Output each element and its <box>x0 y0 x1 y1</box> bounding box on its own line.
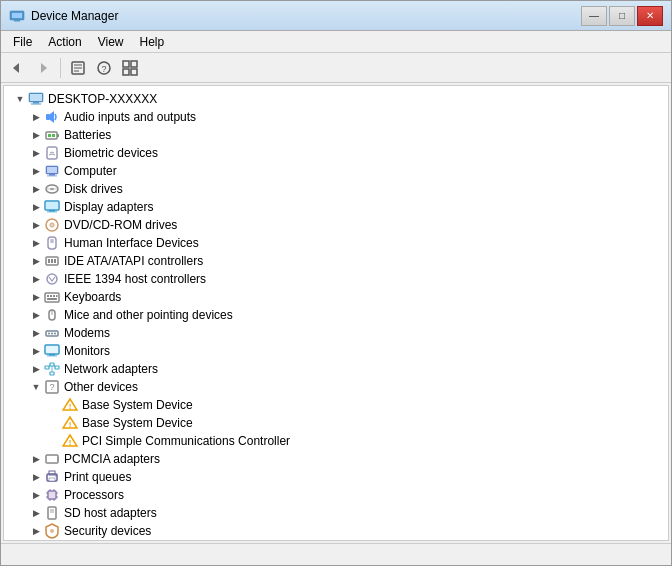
tree-item-biometric[interactable]: ▶ Biometric devices <box>4 144 668 162</box>
svg-point-39 <box>51 224 53 226</box>
tree-item-ieee[interactable]: ▶ IEEE 1394 host controllers <box>4 270 668 288</box>
tree-item-mice[interactable]: ▶ Mice and other pointing devices <box>4 306 668 324</box>
mice-expand[interactable]: ▶ <box>28 307 44 323</box>
modems-expand[interactable]: ▶ <box>28 325 44 341</box>
close-button[interactable]: ✕ <box>637 6 663 26</box>
tree-item-batteries[interactable]: ▶ Batteries <box>4 126 668 144</box>
network-label: Network adapters <box>64 362 158 376</box>
proc-expand[interactable]: ▶ <box>28 487 44 503</box>
tree-item-keyboards[interactable]: ▶ Keyboards <box>4 288 668 306</box>
tree-item-display[interactable]: ▶ Display adapters <box>4 198 668 216</box>
bsd2-label: Base System Device <box>82 416 193 430</box>
other-expand[interactable]: ▼ <box>28 379 44 395</box>
biometric-expand[interactable]: ▶ <box>28 145 44 161</box>
security-expand[interactable]: ▶ <box>28 523 44 539</box>
tree-item-sdhost[interactable]: ▶ SD host adapters <box>4 504 668 522</box>
svg-rect-11 <box>123 61 129 67</box>
tree-item-pci[interactable]: ▶ ! PCI Simple Communications Controller <box>4 432 668 450</box>
tree-item-bsd1[interactable]: ▶ ! Base System Device <box>4 396 668 414</box>
mice-label: Mice and other pointing devices <box>64 308 233 322</box>
maximize-button[interactable]: □ <box>609 6 635 26</box>
menu-view[interactable]: View <box>90 33 132 51</box>
forward-button[interactable] <box>31 56 55 80</box>
keyboards-label: Keyboards <box>64 290 121 304</box>
tree-item-audio[interactable]: ▶ Audio inputs and outputs <box>4 108 668 126</box>
ide-expand[interactable]: ▶ <box>28 253 44 269</box>
properties-icon <box>70 60 86 76</box>
svg-rect-53 <box>47 298 57 300</box>
svg-line-68 <box>49 365 50 368</box>
hid-expand[interactable]: ▶ <box>28 235 44 251</box>
toolbar-sep-1 <box>60 58 61 78</box>
disk-icon <box>44 181 60 197</box>
properties-button[interactable] <box>66 56 90 80</box>
computer-expand[interactable]: ▶ <box>28 163 44 179</box>
sdhost-expand[interactable]: ▶ <box>28 505 44 521</box>
svg-point-47 <box>47 274 57 284</box>
tree-item-software[interactable]: ▶ Software devices <box>4 540 668 541</box>
network-expand[interactable]: ▶ <box>28 361 44 377</box>
tree-item-proc[interactable]: ▶ Processors <box>4 486 668 504</box>
batteries-expand[interactable]: ▶ <box>28 127 44 143</box>
keyboards-expand[interactable]: ▶ <box>28 289 44 305</box>
disk-expand[interactable]: ▶ <box>28 181 44 197</box>
status-bar <box>1 543 671 565</box>
toolbar: ? <box>1 53 671 83</box>
display-expand[interactable]: ▶ <box>28 199 44 215</box>
tree-item-dvd[interactable]: ▶ DVD/CD-ROM drives <box>4 216 668 234</box>
svg-rect-65 <box>50 363 54 366</box>
tree-item-ide[interactable]: ▶ IDE ATA/ATAPI controllers <box>4 252 668 270</box>
svg-rect-14 <box>131 69 137 75</box>
svg-rect-51 <box>53 295 55 297</box>
audio-expand[interactable]: ▶ <box>28 109 44 125</box>
device-tree-container[interactable]: ▼ DESKTOP-XXXXXX ▶ <box>3 85 669 541</box>
svg-rect-35 <box>49 210 55 212</box>
device-manager-window: Device Manager — □ ✕ File Action View He… <box>0 0 672 566</box>
back-button[interactable] <box>5 56 29 80</box>
tree-item-other[interactable]: ▼ ? Other devices <box>4 378 668 396</box>
sdhost-label: SD host adapters <box>64 506 157 520</box>
svg-rect-64 <box>45 366 49 369</box>
tree-item-pcmcia[interactable]: ▶ PCMCIA adapters <box>4 450 668 468</box>
tree-item-network[interactable]: ▶ Network adapters <box>4 360 668 378</box>
svg-rect-29 <box>47 176 57 177</box>
svg-rect-12 <box>131 61 137 67</box>
bsd1-label: Base System Device <box>82 398 193 412</box>
menu-action[interactable]: Action <box>40 33 89 51</box>
biometric-label: Biometric devices <box>64 146 158 160</box>
print-expand[interactable]: ▶ <box>28 469 44 485</box>
tree-item-disk[interactable]: ▶ Disk drives <box>4 180 668 198</box>
minimize-button[interactable]: — <box>581 6 607 26</box>
svg-rect-28 <box>49 174 55 176</box>
back-icon <box>9 60 25 76</box>
scan-icon <box>122 60 138 76</box>
menu-help[interactable]: Help <box>132 33 173 51</box>
computer-label: Computer <box>64 164 117 178</box>
tree-item-modems[interactable]: ▶ Modems <box>4 324 668 342</box>
svg-rect-62 <box>49 354 55 356</box>
svg-rect-16 <box>30 94 42 101</box>
root-expand[interactable]: ▼ <box>12 91 28 107</box>
ieee-expand[interactable]: ▶ <box>28 271 44 287</box>
tree-item-monitors[interactable]: ▶ Monitors <box>4 342 668 360</box>
tree-item-hid[interactable]: ▶ Human Interface Devices <box>4 234 668 252</box>
dvd-expand[interactable]: ▶ <box>28 217 44 233</box>
menu-file[interactable]: File <box>5 33 40 51</box>
svg-rect-79 <box>46 455 58 463</box>
tree-item-security[interactable]: ▶ Security devices <box>4 522 668 540</box>
help-button[interactable]: ? <box>92 56 116 80</box>
monitors-expand[interactable]: ▶ <box>28 343 44 359</box>
svg-marker-3 <box>13 63 19 73</box>
tree-item-bsd2[interactable]: ▶ ! Base System Device <box>4 414 668 432</box>
other-icon: ? <box>44 379 60 395</box>
keyboard-icon <box>44 289 60 305</box>
svg-rect-45 <box>51 259 53 263</box>
batteries-icon <box>44 127 60 143</box>
tree-item-print[interactable]: ▶ Print queues <box>4 468 668 486</box>
help-icon: ? <box>96 60 112 76</box>
tree-root[interactable]: ▼ DESKTOP-XXXXXX <box>4 90 668 108</box>
tree-item-computer[interactable]: ▶ Computer <box>4 162 668 180</box>
svg-rect-21 <box>46 132 57 139</box>
pcmcia-expand[interactable]: ▶ <box>28 451 44 467</box>
scan-button[interactable] <box>118 56 142 80</box>
